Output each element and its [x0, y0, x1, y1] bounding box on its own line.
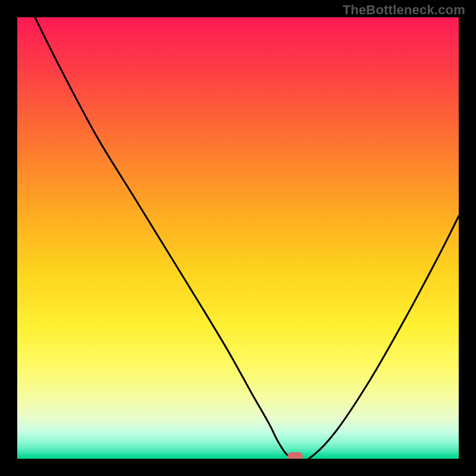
bottleneck-curve [17, 17, 459, 459]
watermark-text: TheBottleneck.com [343, 2, 465, 18]
chart-frame: TheBottleneck.com [0, 0, 476, 476]
plot-area [17, 17, 459, 459]
curve-path [35, 17, 459, 459]
optimum-marker [287, 452, 303, 459]
